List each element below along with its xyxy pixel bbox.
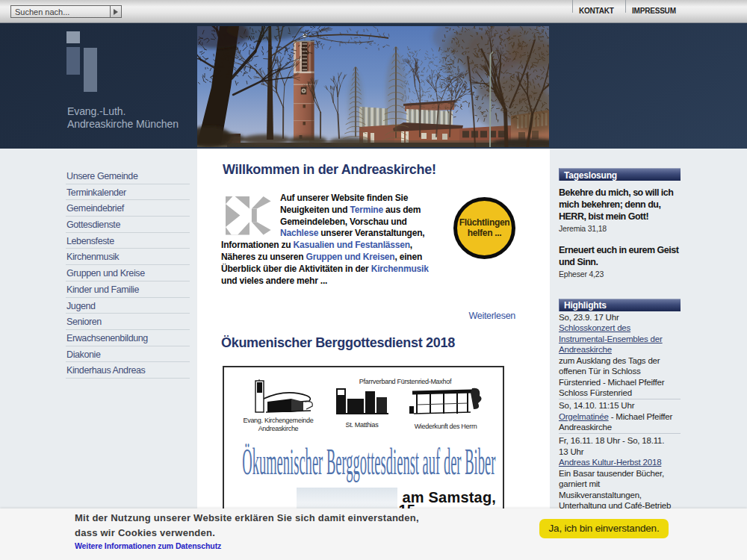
svg-text:Ökumenischer Berggottesdienst: Ökumenischer Berggottesdienst auf der Bi… [242,441,495,482]
